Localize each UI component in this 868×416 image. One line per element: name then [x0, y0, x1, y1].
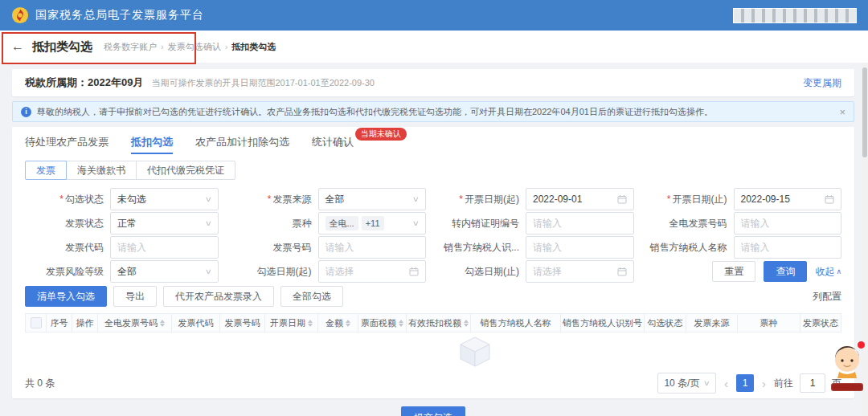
tab-farm-extra-deduction-check[interactable]: 农产品加计扣除勾选	[195, 130, 289, 154]
column-config-link[interactable]: 列配置	[813, 290, 841, 304]
query-button[interactable]: 查询	[764, 261, 807, 282]
column-label: 发票状态	[803, 317, 838, 329]
select-invoice-risk-level[interactable]: 全部∨	[110, 260, 219, 283]
chevron-down-icon: ∨	[205, 219, 212, 227]
column-header-1: 操作	[72, 314, 98, 332]
prev-page-button[interactable]: ‹	[723, 377, 730, 390]
input-placeholder: 请输入	[117, 241, 146, 255]
check-all-button[interactable]: 全部勾选	[280, 286, 343, 307]
input-placeholder: 请输入	[533, 217, 562, 230]
date-check-date-start[interactable]: 请选择	[318, 260, 427, 283]
column-header-6[interactable]: 金额	[318, 314, 358, 332]
input-seller-taxpayer-id[interactable]: 请输入	[526, 236, 634, 259]
close-icon[interactable]: ×	[839, 106, 845, 118]
date-invoice-date-end[interactable]: 2022-09-15	[734, 188, 842, 210]
jump-page-input[interactable]: 1	[800, 373, 825, 393]
tab-deduction-check[interactable]: 抵扣勾选	[131, 130, 173, 154]
column-label: 全电发票号码	[104, 317, 158, 329]
collapse-link[interactable]: 收起∧	[815, 265, 841, 279]
empty-box-icon	[457, 336, 493, 368]
sort-icon	[308, 320, 313, 327]
column-header-7[interactable]: 票面税额	[358, 314, 407, 332]
column-label: 勾选状态	[648, 317, 683, 329]
input-domestic-transfer-cert-no[interactable]: 请输入	[526, 212, 634, 235]
input-invoice-code[interactable]: 请输入	[110, 236, 219, 259]
notification-dot	[857, 341, 866, 349]
collapse-label: 收起	[815, 265, 834, 279]
tab-pending-farm-invoices[interactable]: 待处理农产品发票	[25, 130, 108, 154]
tab-label: 统计确认	[312, 135, 354, 149]
farm-invoice-entry-button[interactable]: 代开农产品发票录入	[163, 286, 274, 307]
column-header-14: 发票状态	[800, 314, 841, 332]
export-button[interactable]: 导出	[113, 286, 157, 307]
tax-period-bar: 税款所属期： 2022年09月 当期可操作发票的开具日期范围2017-01-01…	[12, 69, 854, 96]
mascot-ribbon	[831, 383, 863, 391]
input-seller-taxpayer-name[interactable]: 请输入	[734, 236, 842, 259]
subtab-group: 发票海关缴款书代扣代缴完税凭证	[25, 161, 841, 180]
input-placeholder: 请输入	[741, 241, 770, 255]
submit-check-button[interactable]: 提交勾选	[401, 406, 465, 416]
breadcrumb-bar: ← 抵扣类勾选 税务数字账户›发票勾选确认›抵扣类勾选	[0, 31, 868, 63]
select-invoice-source[interactable]: 全部∨	[318, 188, 427, 210]
date-placeholder: 请选择	[326, 265, 354, 279]
column-label: 金额	[326, 317, 343, 329]
input-invoice-number[interactable]: 请输入	[318, 236, 427, 259]
tab-label: 抵扣勾选	[131, 135, 173, 149]
column-label: 销售方纳税人识别号	[563, 317, 642, 329]
table-empty-state	[25, 332, 841, 371]
required-asterisk: *	[667, 194, 671, 205]
breadcrumb-item[interactable]: 税务数字账户	[104, 42, 157, 51]
pagination: 10 条/页 ∨ ‹ 1 › 前往 1 页	[657, 373, 841, 394]
reset-button[interactable]: 重置	[712, 261, 755, 282]
field-label: *开票日期(止)	[649, 193, 727, 206]
assistant-mascot[interactable]	[829, 342, 865, 384]
select-check-status[interactable]: 未勾选∨	[110, 188, 219, 210]
field-label: *勾选状态	[25, 193, 104, 206]
column-label: 票面税额	[361, 317, 396, 329]
column-header-4: 发票号码	[220, 314, 265, 332]
sort-icon	[399, 320, 403, 327]
page-size-select[interactable]: 10 条/页 ∨	[657, 373, 716, 394]
date-placeholder: 请选择	[533, 265, 562, 279]
column-header-2[interactable]: 全电发票号码	[98, 314, 172, 332]
next-page-button[interactable]: ›	[760, 377, 768, 390]
selected-tag: +11	[362, 216, 384, 230]
column-header-3: 发票代码	[172, 314, 220, 332]
column-header-5[interactable]: 开票日期	[265, 314, 318, 332]
change-period-link[interactable]: 变更属期	[803, 76, 841, 90]
input-digital-invoice-no[interactable]: 请输入	[734, 212, 842, 235]
subtab-customs-payment[interactable]: 海关缴款书	[66, 161, 137, 180]
date-value: 2022-09-01	[533, 194, 582, 205]
field-label: 票种	[233, 217, 312, 230]
select-ticket-type[interactable]: 全电...+11∨	[318, 212, 427, 235]
calendar-icon	[617, 194, 627, 204]
date-invoice-date-start[interactable]: 2022-09-01	[526, 188, 634, 210]
column-header-10: 销售方纳税人识别号	[561, 314, 645, 332]
subtab-invoice[interactable]: 发票	[25, 161, 67, 180]
date-value: 2022-09-15	[741, 194, 790, 205]
field-label: 发票风险等级	[25, 265, 104, 279]
current-page-button[interactable]: 1	[736, 374, 754, 392]
table-header: 序号操作全电发票号码发票代码发票号码开票日期金额票面税额有效抵扣税额销售方纳税人…	[25, 313, 841, 332]
chevron-down-icon: ∨	[205, 267, 212, 275]
column-label: 开票日期	[270, 317, 305, 329]
field-label: 发票状态	[25, 217, 104, 230]
scrollbar-thumb[interactable]	[862, 67, 867, 157]
tab-statistic-confirm[interactable]: 统计确认当期未确认	[312, 130, 354, 154]
breadcrumb: 税务数字账户›发票勾选确认›抵扣类勾选	[104, 41, 276, 53]
import-list-check-button[interactable]: 清单导入勾选	[25, 286, 107, 307]
tax-period-label: 税款所属期：	[25, 75, 88, 90]
column-label: 序号	[51, 317, 68, 329]
field-label: 发票代码	[25, 241, 104, 255]
select-invoice-status[interactable]: 正常∨	[110, 212, 219, 235]
select-all-checkbox[interactable]	[31, 317, 42, 328]
column-header-8[interactable]: 有效抵扣税额	[407, 314, 471, 332]
column-header-0: 序号	[47, 314, 72, 332]
date-check-date-end[interactable]: 请选择	[526, 260, 634, 283]
column-label: 票种	[760, 317, 778, 329]
breadcrumb-item[interactable]: 发票勾选确认	[168, 42, 221, 51]
back-arrow-icon[interactable]: ←	[11, 39, 24, 54]
subtab-withholding-tax-cert[interactable]: 代扣代缴完税凭证	[136, 161, 235, 180]
required-asterisk: *	[459, 194, 463, 205]
notice-text: 尊敬的纳税人，请于申报前对已勾选的凭证进行统计确认。农产品业务抵扣勾选和代扣代缴…	[37, 106, 713, 118]
